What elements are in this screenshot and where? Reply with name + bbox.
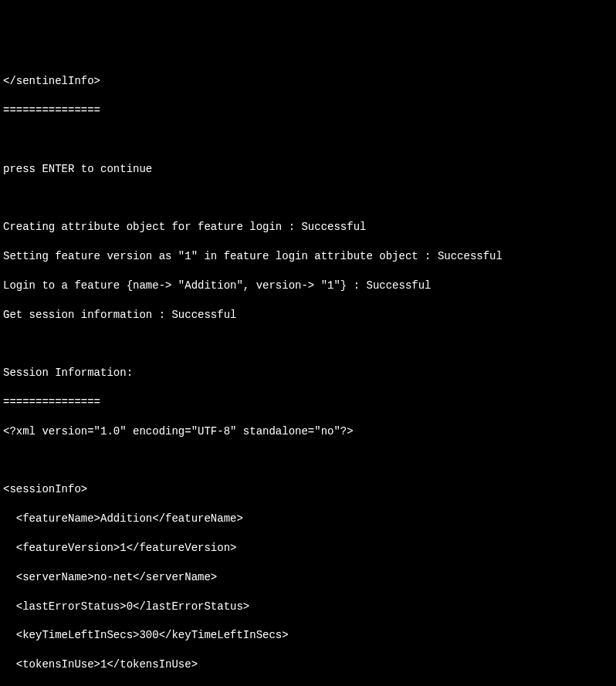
output-line xyxy=(3,191,613,206)
output-line: Creating attribute object for feature lo… xyxy=(3,220,613,235)
output-line: press ENTER to continue xyxy=(3,162,613,177)
output-line: <tokensInUse>1</tokensInUse> xyxy=(3,657,613,672)
output-line: <featureName>Addition</featureName> xyxy=(3,512,613,526)
output-line: Session Information: xyxy=(3,366,613,380)
output-line: =============== xyxy=(3,395,613,410)
terminal-output[interactable]: </sentinelInfo> =============== press EN… xyxy=(3,60,613,686)
output-line: =============== xyxy=(3,103,613,118)
output-line xyxy=(3,454,613,468)
output-line: Get session information : Successful xyxy=(3,308,613,323)
output-line: <serverName>no-net</serverName> xyxy=(3,570,613,585)
output-line: <keyTimeLeftInSecs>300</keyTimeLeftInSec… xyxy=(3,628,613,643)
output-line: <?xml version="1.0" encoding="UTF-8" sta… xyxy=(3,424,613,439)
output-line: Login to a feature {name-> "Addition", v… xyxy=(3,279,613,293)
output-line xyxy=(3,336,613,351)
output-line: <featureVersion>1</featureVersion> xyxy=(3,541,613,556)
output-line xyxy=(3,133,613,147)
output-line: Setting feature version as "1" in featur… xyxy=(3,249,613,264)
output-line: <lastErrorStatus>0</lastErrorStatus> xyxy=(3,600,613,614)
output-line: <sessionInfo> xyxy=(3,482,613,497)
output-line: </sentinelInfo> xyxy=(3,74,613,89)
